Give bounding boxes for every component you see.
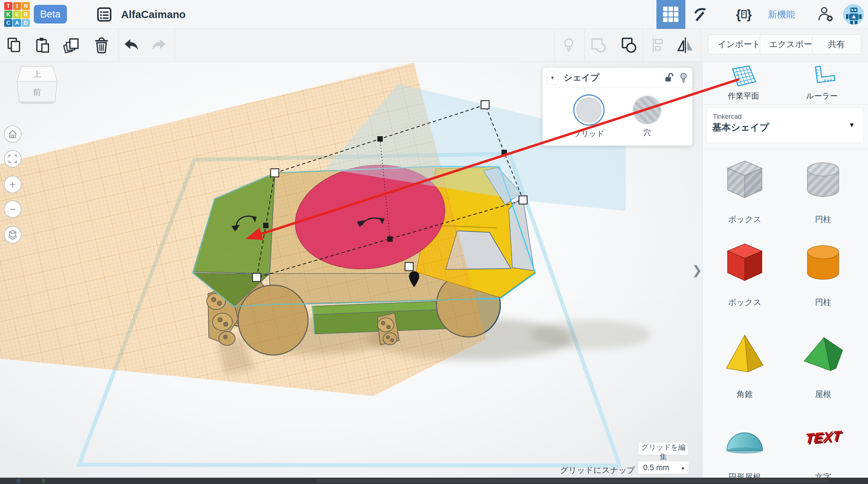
shape-library-select[interactable]: Tinkercad 基本シェイプ ▼ [707, 108, 864, 143]
logo-letter: C [4, 19, 12, 27]
ungroup-icon [620, 36, 638, 54]
hole-box-icon [722, 157, 767, 202]
beta-badge[interactable]: Beta [34, 5, 67, 24]
shape-item-round-roof[interactable]: 円形屋根 [712, 414, 778, 484]
shape-panel-title: シェイプ [564, 72, 599, 84]
shape-item-text[interactable]: TEXT 文字 [790, 414, 856, 484]
home-icon [7, 128, 19, 140]
shape-item-box[interactable]: ボックス [712, 240, 778, 315]
undo-button[interactable] [121, 36, 141, 55]
library-name: 基本シェイプ [712, 121, 769, 134]
ungroup-button[interactable] [619, 36, 638, 55]
pickaxe-icon [691, 6, 708, 23]
logo-letter: I [13, 2, 21, 10]
zoom-out-button[interactable]: − [4, 201, 22, 218]
tinkercad-logo[interactable]: T I N K E R C A D [4, 2, 32, 27]
share-button[interactable]: 共有 [812, 34, 861, 54]
group-button[interactable] [589, 36, 608, 55]
lightbulb-icon [561, 37, 577, 54]
view-cube-front-label: 前 [33, 88, 41, 97]
grid-icon [661, 5, 681, 24]
code-braces-icon: { } [735, 6, 752, 23]
background-window-fragment [17, 479, 20, 483]
shape-inspector-panel: ▾ シェイプ ソ [542, 68, 692, 146]
solid-swatch [573, 94, 604, 126]
fit-view-button[interactable] [4, 150, 22, 168]
duplicate-button[interactable] [61, 36, 81, 55]
background-window-fragment [42, 479, 45, 483]
user-avatar[interactable] [843, 4, 864, 25]
design-title[interactable]: AlfaCaimano [121, 0, 186, 29]
toolbar-divider [175, 29, 175, 62]
cylinder-icon [801, 240, 846, 285]
shape-item-pyramid[interactable]: 角錐 [712, 332, 778, 407]
delete-button[interactable] [92, 36, 111, 55]
workplane-tool[interactable]: 作業平面 [715, 64, 772, 103]
shape-item-hole-box[interactable]: ボックス [712, 157, 778, 232]
hole-option[interactable]: 穴 [632, 94, 661, 139]
shape-label: ボックス [728, 297, 762, 308]
shapes-sidebar: 作業平面 ルーラー Tinkercad 基本シェイプ ▼ [702, 62, 868, 478]
new-features-link[interactable]: 新機能 [768, 0, 795, 29]
hole-cylinder-icon [801, 157, 846, 202]
dashboard-grid-button[interactable] [656, 0, 685, 29]
edit-toolbar: インポート エクスポート 共有 [0, 29, 868, 62]
workplane-icon [729, 64, 758, 89]
align-button[interactable] [649, 36, 669, 55]
background-window-fragment [316, 479, 829, 483]
library-brand: Tinkercad [713, 113, 742, 121]
shape-item-cylinder[interactable]: 円柱 [790, 240, 856, 315]
group-icon [590, 36, 607, 54]
sidebar-divider [703, 149, 868, 149]
box-icon [722, 240, 767, 285]
logo-letter: T [4, 2, 12, 10]
design-canvas[interactable]: 上 前 + − ▾ シェイプ [0, 62, 702, 478]
toolbar-divider [554, 29, 555, 62]
robot-avatar-icon [844, 4, 864, 25]
toolbar-divider [118, 29, 119, 62]
ruler-label: ルーラー [806, 91, 838, 101]
redo-button[interactable] [150, 36, 169, 55]
unlock-icon[interactable] [664, 73, 674, 83]
snap-grid-select[interactable]: 0.5 mm ▲ [638, 461, 689, 474]
solid-option[interactable]: ソリッド [573, 94, 604, 139]
roof-icon [801, 332, 846, 377]
shape-label: 円柱 [815, 214, 831, 225]
logo-letter: K [4, 10, 12, 19]
paste-button[interactable] [33, 36, 52, 55]
sidebar-collapse-chevron[interactable]: ❯ [692, 263, 702, 277]
invite-user-button[interactable] [817, 6, 834, 23]
solid-label: ソリッド [574, 129, 604, 139]
show-all-button[interactable] [559, 36, 578, 55]
design-menu-icon[interactable] [96, 6, 113, 23]
home-view-button[interactable] [4, 125, 22, 143]
perspective-toggle-button[interactable] [4, 226, 22, 243]
shape-item-hole-cylinder[interactable]: 円柱 [790, 157, 856, 232]
undo-icon [122, 37, 140, 54]
logo-letter: E [13, 10, 21, 19]
svg-text:}: } [747, 7, 752, 21]
edit-grid-button[interactable]: グリッドを編集 [638, 442, 689, 455]
logo-letter: D [22, 19, 30, 27]
snap-grid-label: グリッドにスナップ [546, 465, 635, 476]
view-cube[interactable]: 上 前 [11, 63, 65, 110]
zoom-in-button[interactable]: + [4, 176, 22, 193]
snap-grid-value: 0.5 mm [643, 463, 670, 472]
codeblocks-button[interactable]: { } [735, 6, 752, 23]
view-cube-shadow [21, 102, 54, 104]
chevron-up-icon: ▲ [681, 465, 685, 470]
shape-item-roof[interactable]: 屋根 [790, 332, 856, 407]
copy-button[interactable] [5, 36, 24, 55]
shape-label: ボックス [728, 214, 762, 225]
shape-label: 円柱 [815, 297, 831, 308]
collapse-panel-button[interactable]: ▾ [547, 71, 558, 85]
sidebar-divider [703, 104, 868, 104]
flip-button[interactable] [676, 36, 695, 55]
duplicate-icon [62, 36, 80, 54]
copy-icon [6, 36, 23, 54]
visibility-bulb-icon[interactable] [680, 72, 687, 83]
pyramid-icon [722, 332, 767, 377]
minecraft-export-button[interactable] [691, 6, 708, 23]
ruler-tool[interactable]: ルーラー [793, 64, 851, 103]
fit-view-icon [7, 153, 19, 164]
